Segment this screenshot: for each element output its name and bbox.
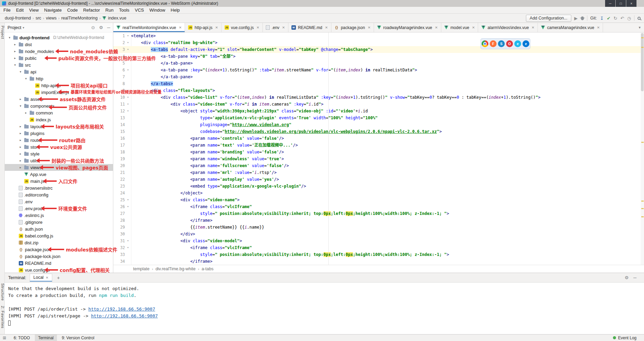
menu-tools[interactable]: Tools	[116, 7, 132, 13]
new-terminal-session-button[interactable]: +	[56, 275, 61, 281]
close-icon[interactable]: ✕	[472, 26, 475, 29]
tree-item-importexcel-js[interactable]: JSimportExcel.js	[5, 89, 113, 96]
chevron-right-icon[interactable]: ▸	[18, 97, 23, 101]
code-line-22[interactable]: 22 <param name='autoplay' value='yes'/>	[113, 176, 641, 183]
chevron-down-icon[interactable]: ▾	[8, 36, 12, 39]
code-line-31[interactable]: 31▾ <div class="video-model">	[113, 237, 641, 244]
chevron-right-icon[interactable]: ▸	[18, 159, 23, 162]
tool-stripe-favorites[interactable]: 2: Favorites	[0, 306, 5, 328]
fold-icon[interactable]: ▾	[125, 67, 131, 73]
tree-item-gitignore[interactable]: .gitignore	[5, 219, 113, 226]
chevron-right-icon[interactable]: ▸	[13, 56, 17, 60]
tree-item-http-api-js[interactable]: JShttp-api.js	[5, 82, 113, 89]
code-line-12[interactable]: 12▾ <object style="width:390px;height:21…	[113, 108, 641, 114]
status-todo[interactable]: 6: TODO	[10, 335, 33, 341]
ie-browser-icon[interactable]: e	[514, 40, 521, 47]
safari-browser-icon[interactable]: S	[498, 40, 505, 47]
chevron-down-icon[interactable]: ▾	[18, 104, 23, 108]
editor-breadcrumb-a-tabs[interactable]: a-tabs	[202, 267, 214, 271]
code-line-4[interactable]: 4 <a-tab-pane key="0" tab="全部">	[113, 53, 641, 60]
editor-breadcrumb-template[interactable]: template	[133, 267, 149, 271]
chevron-down-icon[interactable]: ▾	[13, 63, 17, 67]
menu-view[interactable]: View	[26, 7, 41, 13]
debug-icon[interactable]	[581, 16, 584, 20]
editor-breadcrumb-div-realtime-bg-white[interactable]: div.realTime.bg-white	[156, 267, 196, 271]
tree-item-components[interactable]: ▾components	[5, 103, 113, 109]
code-line-30[interactable]: 30 </div>	[113, 231, 641, 237]
menu-code[interactable]: Code	[65, 7, 81, 13]
tree-item-node-modules[interactable]: ▸node_modules	[5, 48, 113, 55]
code-line-7[interactable]: 7 </a-tab-pane>	[113, 73, 641, 80]
chevron-right-icon[interactable]: ▸	[18, 125, 23, 128]
tab-realtimemonitoring-index-vue[interactable]: realTimeMonitoring\index.vue✕	[113, 23, 185, 32]
chevron-right-icon[interactable]: ▸	[18, 145, 23, 149]
toolwindow-switcher-icon[interactable]: ⊞	[3, 336, 6, 340]
breadcrumb-src[interactable]: src	[35, 16, 41, 21]
project-panel-title[interactable]: Project	[8, 25, 21, 30]
tree-item-http[interactable]: ▾http	[5, 75, 113, 82]
fold-icon[interactable]: ▾	[125, 108, 131, 114]
code-area[interactable]: 1▾<template>2▾ <div class="realTime bg-w…	[113, 32, 641, 265]
status-event-log[interactable]: Event Log	[618, 336, 636, 340]
close-icon[interactable]: ✕	[368, 26, 370, 29]
git-history-icon[interactable]: ◷	[627, 16, 631, 21]
fold-icon[interactable]: ▾	[125, 203, 131, 210]
code-line-34[interactable]: 34 </iframe>	[113, 258, 641, 265]
tree-item-browserslistrc[interactable]: .browserslistrc	[5, 185, 113, 191]
git-commit-icon[interactable]: ✔	[607, 16, 611, 21]
fold-icon[interactable]: ▾	[125, 32, 131, 39]
terminal-minimize-icon[interactable]: ─	[633, 275, 636, 280]
terminal-tab-local[interactable]: Local ✕	[30, 274, 52, 282]
tab-cameramanage-index-vue[interactable]: cameraManage\index.vue✕	[538, 23, 603, 32]
status-terminal[interactable]: Terminal	[35, 335, 57, 341]
tree-item-common[interactable]: ▸common	[5, 109, 113, 116]
chevron-down-icon[interactable]: ▾	[24, 77, 28, 80]
tree-item-utils[interactable]: ▸utils	[5, 157, 113, 164]
close-icon[interactable]: ✕	[597, 26, 600, 29]
code-line-32[interactable]: 32▾ <iframe class="vlcIframe"	[113, 244, 641, 251]
code-line-9[interactable]: 9▾ <div class="flex-layouts">	[113, 87, 641, 94]
tab-package-json[interactable]: {}package.json✕	[331, 23, 374, 32]
add-configuration-button[interactable]: Add Configuration...	[526, 15, 571, 22]
code-line-1[interactable]: 1▾<template>	[113, 32, 641, 39]
code-line-16[interactable]: 16 <param name='controls' value='false'/…	[113, 135, 641, 142]
tree-item-assets[interactable]: ▸assets	[5, 96, 113, 103]
firefox-browser-icon[interactable]: F	[490, 40, 497, 47]
code-line-2[interactable]: 2▾ <div class="realTime bg-white">	[113, 39, 641, 46]
code-line-20[interactable]: 20 <param name='fullscreen' value='false…	[113, 162, 641, 169]
tree-item-public[interactable]: ▸public	[5, 55, 113, 62]
close-icon[interactable]: ✕	[532, 26, 534, 29]
chevron-right-icon[interactable]: ▸	[18, 132, 23, 135]
scrollbar-thumb[interactable]	[641, 33, 644, 91]
tree-item-dist[interactable]: ▸dist	[5, 41, 113, 48]
locate-file-icon[interactable]: ⊙	[91, 25, 95, 30]
breadcrumb-duoji-frontend[interactable]: duoji-frontend	[5, 16, 31, 21]
tree-item-vue-config-js[interactable]: JSvue.config.js	[5, 267, 113, 273]
menu-file[interactable]: File	[1, 7, 13, 13]
code-line-23[interactable]: 23 <embed type="application/x-google-vlc…	[113, 183, 641, 190]
tree-item-auth-json[interactable]: {}auth.json	[5, 226, 113, 232]
chevron-right-icon[interactable]: ▸	[18, 138, 23, 142]
tree-item-dist-zip[interactable]: dist.zip	[5, 239, 113, 246]
git-update-icon[interactable]: ↧	[600, 16, 604, 21]
tree-item-router[interactable]: ▸router	[5, 137, 113, 144]
search-everywhere-icon[interactable]	[638, 17, 641, 20]
close-icon[interactable]: ✕	[282, 26, 285, 29]
tree-item-style[interactable]: ▸style	[5, 150, 113, 157]
chevron-down-icon[interactable]: ▾	[23, 26, 24, 29]
tree-item-duoji-frontend[interactable]: ▾duoji-frontendD:\zheheWeb\duoji-fronten…	[5, 34, 113, 41]
code-line-15[interactable]: 15 codebase="http://downloads.videolan.o…	[113, 128, 641, 135]
chevron-right-icon[interactable]: ▸	[24, 111, 28, 114]
code-line-18[interactable]: 18 <param name='branding' value='false'/…	[113, 149, 641, 155]
code-line-14[interactable]: 14 pluginspage="http://www.videolan.org"	[113, 121, 641, 128]
menu-navigate[interactable]: Navigate	[41, 7, 64, 13]
tree-item-package-json[interactable]: {}package.json	[5, 246, 113, 253]
tree-item-eslintrc-js[interactable]: .eslintrc.js	[5, 212, 113, 219]
tree-item-package-lock-json[interactable]: {}package-lock.json	[5, 253, 113, 260]
code-line-19[interactable]: 19 <param name='windowless' value='true'…	[113, 155, 641, 162]
code-line-3[interactable]: 3▾ <a-tabs default-active-key="1" slot="…	[113, 46, 641, 53]
code-line-29[interactable]: 29 {{item.streetName}} {{i.name}}	[113, 224, 641, 231]
code-line-13[interactable]: 13 type='application/x-vlc-plugin' event…	[113, 114, 641, 121]
fold-icon[interactable]: ▾	[125, 196, 131, 203]
close-icon[interactable]: ✕	[325, 26, 328, 29]
